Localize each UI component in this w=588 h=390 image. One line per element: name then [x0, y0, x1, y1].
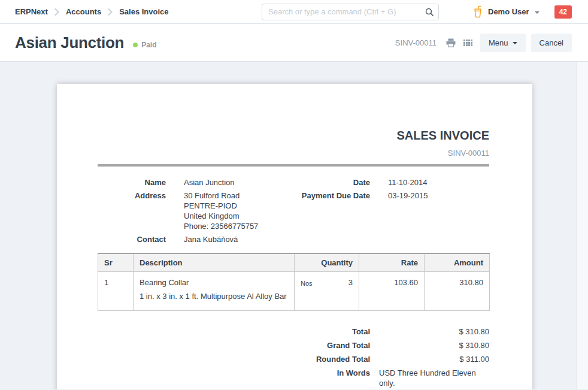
print-preview-area: SALES INVOICE SINV-00011 Name Asian Junc… — [0, 62, 588, 389]
divider — [98, 164, 489, 167]
detail-row-name: Name Asian Junction — [98, 177, 293, 188]
grand-total-row: Grand Total $ 310.80 — [98, 340, 489, 350]
grand-total-value: $ 310.80 — [379, 340, 489, 350]
column-header-sr: Sr — [98, 253, 134, 272]
cancel-button[interactable]: Cancel — [531, 34, 572, 52]
date-details: Date 11-10-2014 Payment Due Date 03-19-2… — [293, 177, 489, 247]
rounded-total-label: Rounded Total — [98, 354, 370, 364]
page-head-actions: SINV-00011 Menu Cancel — [395, 34, 572, 52]
user-menu[interactable]: Demo User — [473, 5, 539, 18]
breadcrumb: ERPNext Accounts Sales Invoice — [15, 7, 169, 16]
status-badge: Paid — [141, 41, 156, 49]
user-name: Demo User — [488, 7, 529, 16]
item-description: Bearing Collar 1 in. x 3 in. x 1 ft. Mul… — [134, 272, 295, 311]
grid-view-icon[interactable] — [463, 40, 472, 46]
chevron-right-icon — [54, 8, 59, 16]
page-title: Asian Junction — [15, 34, 124, 52]
detail-value: Asian Junction — [184, 177, 235, 188]
invoice-details: Name Asian Junction Address 30 Fulford R… — [98, 177, 489, 247]
in-words-row: In Words USD Three Hundred Eleven only. — [98, 368, 489, 388]
detail-label: Payment Due Date — [293, 191, 370, 201]
notification-badge[interactable]: 42 — [554, 5, 572, 19]
global-search — [262, 4, 439, 20]
status-indicator: Paid — [133, 41, 156, 49]
detail-row-address: Address 30 Fulford Road PENTRE-PIOD Unit… — [98, 191, 293, 231]
juice-cup-icon — [473, 5, 483, 18]
items-table: Sr Description Quantity Rate Amount 1 Be… — [98, 253, 490, 311]
invoice-number: SINV-00011 — [98, 149, 489, 158]
cancel-button-label: Cancel — [539, 38, 563, 47]
caret-down-icon — [535, 11, 539, 14]
in-words-label: In Words — [98, 368, 370, 388]
invoice-paper: SALES INVOICE SINV-00011 Name Asian Junc… — [57, 84, 532, 389]
column-header-rate: Rate — [359, 253, 425, 272]
item-rate: 103.60 — [359, 272, 425, 311]
document-id: SINV-00011 — [395, 38, 437, 47]
top-navbar: ERPNext Accounts Sales Invoice Demo User… — [0, 0, 588, 24]
detail-value: Jana Kubáňová — [184, 234, 238, 244]
item-sr: 1 — [98, 272, 134, 311]
rounded-total-value: $ 311.00 — [379, 354, 489, 364]
detail-label: Name — [98, 177, 166, 188]
item-name: Bearing Collar — [140, 277, 288, 288]
customer-details: Name Asian Junction Address 30 Fulford R… — [98, 177, 293, 247]
item-description-detail: 1 in. x 3 in. x 1 ft. Multipurpose Al Al… — [140, 291, 288, 301]
rounded-total-row: Rounded Total $ 311.00 — [98, 354, 489, 364]
chevron-right-icon — [108, 8, 113, 16]
search-input[interactable] — [262, 4, 439, 20]
items-table-header-row: Sr Description Quantity Rate Amount — [98, 253, 490, 272]
detail-label: Address — [98, 191, 166, 231]
invoice-title: SALES INVOICE — [98, 129, 489, 143]
in-words-value: USD Three Hundred Eleven only. — [379, 368, 489, 388]
vertical-scrollbar[interactable] — [577, 62, 588, 389]
item-uom: Nos — [301, 277, 313, 289]
detail-row-payment-due-date: Payment Due Date 03-19-2015 — [293, 191, 489, 201]
menu-button-label: Menu — [489, 38, 508, 47]
detail-value: 03-19-2015 — [388, 191, 428, 201]
detail-label: Contact — [98, 234, 166, 244]
total-row: Total $ 310.80 — [98, 326, 489, 337]
status-dot-icon — [133, 43, 138, 47]
item-quantity: Nos 3 — [295, 272, 359, 311]
caret-down-icon — [513, 42, 517, 44]
item-qty-value: 3 — [348, 277, 353, 288]
total-label: Total — [98, 326, 370, 337]
detail-label: Date — [293, 177, 370, 188]
detail-value: 11-10-2014 — [388, 177, 428, 188]
column-header-amount: Amount — [425, 253, 490, 272]
totals-section: Total $ 310.80 Grand Total $ 310.80 Roun… — [98, 326, 489, 388]
item-amount: 310.80 — [425, 272, 490, 311]
menu-button[interactable]: Menu — [480, 34, 526, 52]
total-value: $ 310.80 — [379, 326, 489, 337]
column-header-quantity: Quantity — [295, 253, 359, 272]
table-row: 1 Bearing Collar 1 in. x 3 in. x 1 ft. M… — [98, 272, 490, 311]
detail-value: 30 Fulford Road PENTRE-PIOD United Kingd… — [184, 191, 258, 231]
breadcrumb-item-accounts[interactable]: Accounts — [66, 7, 101, 16]
page-head: Asian Junction Paid SINV-00011 Menu Canc… — [0, 24, 588, 62]
detail-row-date: Date 11-10-2014 — [293, 177, 489, 188]
column-header-description: Description — [134, 253, 295, 272]
print-icon[interactable] — [446, 38, 456, 47]
breadcrumb-item-sales-invoice[interactable]: Sales Invoice — [119, 7, 168, 16]
breadcrumb-item-erpnext[interactable]: ERPNext — [15, 7, 48, 16]
grand-total-label: Grand Total — [98, 340, 370, 350]
detail-row-contact: Contact Jana Kubáňová — [98, 234, 293, 244]
